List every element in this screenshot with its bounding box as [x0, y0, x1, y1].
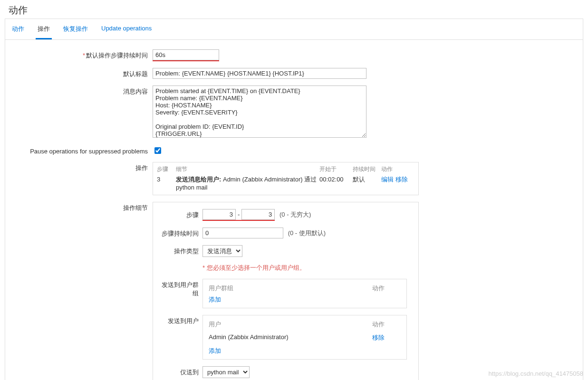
user-group-head: 用户群组 — [209, 284, 372, 293]
op-head-duration: 持续时间 — [353, 165, 381, 173]
op-row-remove-link[interactable]: 移除 — [395, 176, 408, 183]
default-step-duration-input[interactable] — [153, 49, 219, 60]
op-row-step: 3 — [157, 176, 176, 183]
tab-update-operations[interactable]: Update operations — [99, 19, 154, 39]
form-area: *默认操作步骤持续时间 默认标题 消息内容 Problem — [5, 40, 583, 380]
add-user-link[interactable]: 添加 — [209, 347, 401, 355]
step-duration-hint: (0 - 使用默认) — [288, 229, 326, 237]
op-row-start: 00:02:00 — [319, 176, 353, 183]
op-type-label: 操作类型 — [159, 245, 202, 256]
op-type-select[interactable]: 发送消息 — [202, 245, 242, 257]
op-row-edit-link[interactable]: 编辑 — [381, 176, 394, 183]
step-label: 步骤 — [159, 209, 202, 219]
default-title-label: 默认标题 — [15, 68, 153, 78]
pause-checkbox[interactable] — [154, 147, 161, 154]
operation-table: 步骤 细节 开始于 持续时间 动作 3 发送消息给用户: Admin (Zabb… — [153, 162, 419, 195]
action-head: 动作 — [372, 284, 401, 293]
op-head-action: 动作 — [381, 165, 414, 173]
operation-detail-box: 步骤 - (0 - 无穷大) 步骤持续时间 — [153, 202, 419, 380]
op-row-duration: 默认 — [353, 175, 381, 184]
send-user-label: 发送到用户 — [159, 315, 202, 325]
user-table: 用户 动作 Admin (Zabbix Administrator) 移除 添加 — [202, 315, 407, 360]
add-user-group-link[interactable]: 添加 — [209, 295, 401, 304]
action-head: 动作 — [372, 320, 401, 329]
tab-operation[interactable]: 操作 — [36, 19, 52, 39]
list-item: Admin (Zabbix Administrator) 移除 — [209, 332, 401, 344]
operation-label: 操作 — [15, 162, 153, 172]
op-row-detail: 发送消息给用户: Admin (Zabbix Administrator) 通过… — [176, 175, 319, 191]
main-panel: 动作 操作 恢复操作 Update operations *默认操作步骤持续时间… — [5, 19, 583, 380]
op-head-start: 开始于 — [319, 165, 353, 173]
message-content-label: 消息内容 — [15, 86, 153, 96]
only-send-to-select[interactable]: python mail — [202, 366, 250, 378]
only-send-to-label: 仅送到 — [159, 366, 202, 377]
step-duration-label: 步骤持续时间 — [159, 228, 202, 238]
tab-recovery[interactable]: 恢复操作 — [61, 19, 90, 39]
user-name: Admin (Zabbix Administrator) — [209, 333, 372, 342]
step-to-input[interactable] — [241, 209, 275, 220]
table-row: 3 发送消息给用户: Admin (Zabbix Administrator) … — [157, 175, 414, 191]
must-select-note: 您必须至少选择一个用户或用户组。 — [207, 264, 306, 271]
page-title: 动作 — [5, 0, 583, 19]
default-title-input[interactable] — [153, 68, 366, 79]
step-from-input[interactable] — [202, 209, 236, 220]
pause-label: Pause operations for suppressed problems — [15, 146, 153, 155]
tab-action[interactable]: 动作 — [10, 19, 26, 39]
message-content-textarea[interactable]: Problem started at {EVENT.TIME} on {EVEN… — [153, 86, 366, 138]
user-head: 用户 — [209, 320, 372, 329]
op-head-step: 步骤 — [157, 165, 176, 173]
user-group-table: 用户群组 动作 添加 — [202, 279, 407, 308]
send-group-label: 发送到用户群组 — [159, 279, 202, 298]
step-duration-input[interactable] — [202, 228, 283, 238]
default-step-duration-label: *默认操作步骤持续时间 — [15, 49, 153, 60]
operation-detail-label: 操作细节 — [15, 202, 153, 212]
remove-user-link[interactable]: 移除 — [372, 334, 385, 341]
required-mark: * — [202, 264, 207, 271]
op-head-detail: 细节 — [176, 165, 319, 173]
step-hint: (0 - 无穷大) — [280, 211, 311, 218]
required-mark: * — [83, 52, 85, 59]
tabs: 动作 操作 恢复操作 Update operations — [5, 19, 583, 40]
